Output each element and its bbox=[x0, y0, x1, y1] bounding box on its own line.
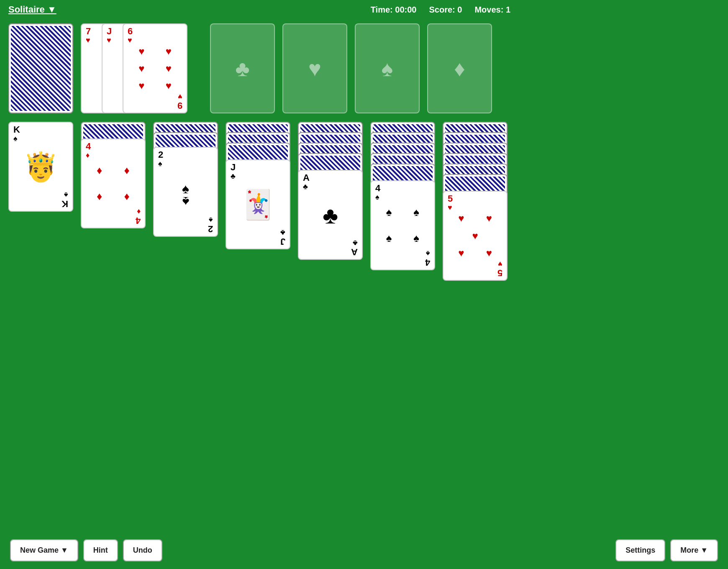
game-title[interactable]: Solitaire ▼ bbox=[8, 4, 56, 15]
tableau-col-1[interactable]: K ♠ 🤴 K ♠ bbox=[8, 122, 73, 212]
foundation-hearts[interactable]: ♥ bbox=[282, 23, 347, 113]
card-5-hearts[interactable]: 5 ♥ ♥ ♥ ♥ ♥ ♥ 5 ♥ bbox=[443, 191, 508, 281]
foundation-spades[interactable]: ♠ bbox=[355, 23, 420, 113]
card-ace-clubs[interactable]: A ♣ ♣ A ♣ bbox=[298, 170, 363, 260]
tableau-col-3[interactable]: 2 ♠ ♠ ♠ 2 ♠ bbox=[153, 122, 218, 251]
foundation-diamonds[interactable]: ♦ bbox=[427, 23, 492, 113]
game-stats: Time: 00:00 Score: 0 Moves: 1 bbox=[371, 5, 510, 15]
card-2-spades[interactable]: 2 ♠ ♠ ♠ 2 ♠ bbox=[153, 147, 218, 237]
tableau-col-2[interactable]: 4 ♦ ♦ ♦ ♦ ♦ 4 ♦ bbox=[81, 122, 146, 231]
foundation-clubs[interactable]: ♣ bbox=[210, 23, 275, 113]
tableau-col-4[interactable]: J ♣ 🃏 J ♣ bbox=[226, 122, 290, 277]
waste-pile[interactable]: 7 ♥ ♥ 7 ♥ J ♥ 👸 J ♥ 6 ♥ ♥ ♥ bbox=[81, 23, 187, 113]
moves-display: Moves: 1 bbox=[474, 5, 510, 15]
card-king-spades[interactable]: K ♠ 🤴 K ♠ bbox=[8, 122, 73, 212]
score-display: Score: 0 bbox=[429, 5, 462, 15]
time-display: Time: 00:00 bbox=[371, 5, 417, 15]
card-4-spades[interactable]: 4 ♠ ♠ ♠ ♠ ♠ 4 ♠ bbox=[370, 180, 435, 270]
top-row: 7 ♥ ♥ 7 ♥ J ♥ 👸 J ♥ 6 ♥ ♥ ♥ bbox=[8, 23, 510, 113]
waste-card-top[interactable]: 6 ♥ ♥ ♥ ♥ ♥ ♥ ♥ 9 ♥ bbox=[123, 23, 187, 113]
tableau-col-6[interactable]: 4 ♠ ♠ ♠ ♠ ♠ 4 ♠ bbox=[370, 122, 435, 323]
card-jack-clubs[interactable]: J ♣ 🃏 J ♣ bbox=[226, 159, 290, 249]
tableau-col-7[interactable]: 5 ♥ ♥ ♥ ♥ ♥ ♥ 5 ♥ bbox=[443, 122, 508, 343]
tableau-col-5[interactable]: A ♣ ♣ A ♣ bbox=[298, 122, 363, 297]
card-4-diamonds[interactable]: 4 ♦ ♦ ♦ ♦ ♦ 4 ♦ bbox=[81, 138, 146, 228]
stock-pile[interactable] bbox=[8, 23, 73, 113]
tableau: K ♠ 🤴 K ♠ 4 ♦ ♦ ♦ bbox=[8, 122, 510, 343]
